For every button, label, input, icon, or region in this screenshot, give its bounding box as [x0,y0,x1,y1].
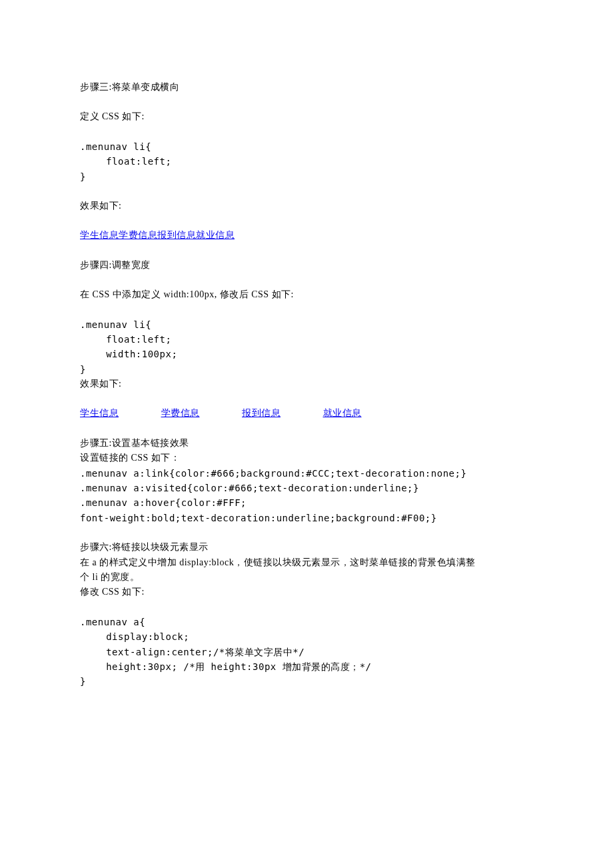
step6-title: 步骤六:将链接以块级元素显示 [80,540,533,555]
link-job-info[interactable]: 就业信息 [196,228,235,243]
step6-intro-line3: 修改 CSS 如下: [80,585,533,599]
link-job-info[interactable]: 就业信息 [323,406,402,421]
link-tuition-info[interactable]: 学费信息 [161,406,240,421]
code-line: display:block; [80,629,533,644]
code-line: text-align:center;/*将菜单文字居中*/ [80,645,533,659]
step4-code-block: .menunav li{ float:left; width:100px; } [80,317,533,377]
link-student-info[interactable]: 学生信息 [80,406,159,421]
step3-preview-links: 学生信息学费信息报到信息就业信息 [80,228,533,243]
code-line: .menunav a{ [80,615,533,629]
step5-block: 步骤五:设置基本链接效果 设置链接的 CSS 如下： .menunav a:li… [80,436,533,525]
step6-block: 步骤六:将链接以块级元素显示 在 a 的样式定义中增加 display:bloc… [80,540,533,600]
step4-title: 步骤四:调整宽度 [80,258,533,273]
step5-title: 步骤五:设置基本链接效果 [80,436,533,451]
step3-title: 步骤三:将菜单变成横向 [80,80,533,95]
step4-result-label: 效果如下: [80,377,533,391]
document-page: 步骤三:将菜单变成横向 定义 CSS 如下: .menunav li{ floa… [0,0,613,868]
code-line: } [80,169,533,184]
link-student-info[interactable]: 学生信息 [80,228,119,243]
step6-intro-line2: 个 li 的宽度。 [80,570,533,585]
code-line: float:left; [80,154,533,169]
step3-code-block: .menunav li{ float:left; } [80,139,533,184]
code-line: float:left; [80,332,533,347]
link-tuition-info[interactable]: 学费信息 [119,228,157,243]
step6-code-block: .menunav a{ display:block; text-align:ce… [80,615,533,689]
code-line: width:100px; [80,347,533,361]
code-line: .menunav a:link{color:#666;background:#C… [80,466,533,481]
code-line: } [80,362,533,377]
step4-intro: 在 CSS 中添加定义 width:100px, 修改后 CSS 如下: [80,287,533,302]
link-register-info[interactable]: 报到信息 [157,228,196,243]
code-line: height:30px; /*用 height:30px 增加背景的高度；*/ [80,659,533,674]
code-line: .menunav a:visited{color:#666;text-decor… [80,481,533,495]
step5-intro: 设置链接的 CSS 如下： [80,451,533,465]
code-line: font-weight:bold;text-decoration:underli… [80,511,533,525]
code-line: .menunav a:hover{color:#FFF; [80,495,533,510]
step3-define-label: 定义 CSS 如下: [80,109,533,124]
code-line: .menunav li{ [80,139,533,154]
step3-result-label: 效果如下: [80,199,533,213]
code-line: .menunav li{ [80,317,533,332]
link-register-info[interactable]: 报到信息 [242,406,320,421]
step4-preview-links: 学生信息 学费信息 报到信息 就业信息 [80,406,533,421]
code-line: } [80,674,533,689]
step6-intro-line1: 在 a 的样式定义中增加 display:block，使链接以块级元素显示，这时… [80,555,533,570]
